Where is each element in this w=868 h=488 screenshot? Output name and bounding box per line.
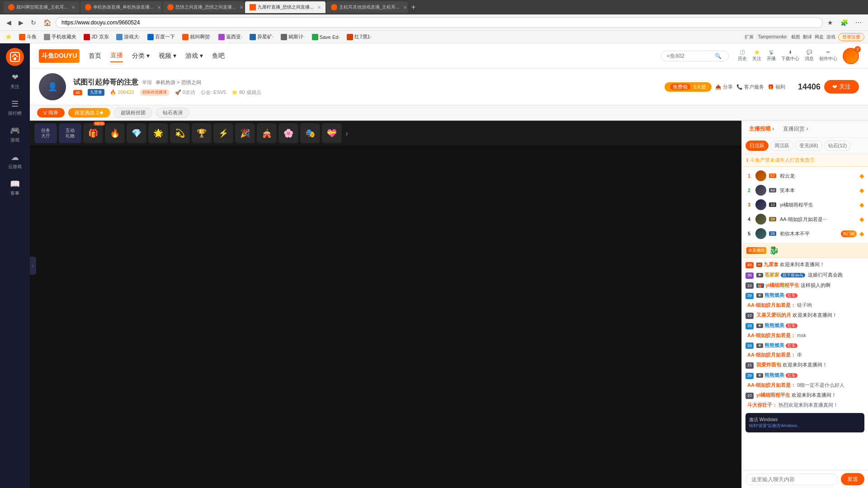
chat-lv-1: 46 — [745, 262, 754, 268]
gift-emoji-12[interactable]: 💝 — [322, 123, 342, 143]
bookmark-saveed[interactable]: Save Ed· — [310, 33, 342, 41]
chat-lv-10: 10 — [745, 393, 754, 399]
bookmark-star[interactable]: ★ — [825, 18, 836, 27]
nav-game[interactable]: 游戏 ▾ — [185, 50, 203, 62]
chat-msg-3: 这样损人的啊 — [801, 282, 830, 288]
bookmark-baidu[interactable]: 百度一下 — [146, 33, 177, 41]
bookmark-xiya[interactable]: 返西亚· — [217, 33, 244, 41]
tab-3-close[interactable]: ✕ — [240, 5, 243, 10]
search-icon[interactable]: 🔍 — [715, 53, 722, 59]
settings-button[interactable]: ⋯ — [853, 18, 864, 27]
customer-service-btn[interactable]: 📞 客户服务 — [736, 84, 764, 90]
super-fans-btn[interactable]: 超级粉丝团 — [114, 108, 152, 118]
sidebar-item-rank[interactable]: ☰ 排行榜 — [3, 96, 27, 119]
tab-1-close[interactable]: ✕ — [71, 5, 75, 10]
subtab-daily[interactable]: 日活跃 — [745, 141, 769, 151]
nav-fish[interactable]: 鱼吧 — [212, 50, 225, 62]
douyu-top: 斗鱼DOUYU 首页 直播 分类 ▾ 视频 ▾ 游戏 ▾ 鱼吧 🔍 🕐 — [30, 43, 868, 68]
sidebar-item-story[interactable]: 📖 客事 — [3, 176, 27, 199]
home-button[interactable]: 🏠 — [41, 18, 54, 27]
gift-emoji-10[interactable]: 🌸 — [278, 123, 298, 143]
follow-button[interactable]: ❤ 关注 — [824, 80, 859, 94]
login-btn[interactable]: 登录注册 — [838, 33, 864, 41]
url-bar[interactable] — [56, 17, 823, 28]
v-coupon-btn[interactable]: V 闯券 — [37, 108, 65, 117]
tab-5[interactable]: 主机耳其他游戏直播_主机耳... ✕ — [326, 1, 408, 13]
tab-2[interactable]: 单机热游直播_单机热游直播... ✕ — [80, 1, 162, 13]
tab-4[interactable]: 九厘柠直播_恐惧之间直播... ✕ — [245, 1, 326, 13]
search-input[interactable] — [667, 53, 712, 59]
welfare-btn[interactable]: 🎁 福利 — [768, 84, 785, 90]
bookmark-star-icon[interactable]: ⭐ — [4, 33, 14, 41]
sidebar-collapse-btn[interactable]: › — [30, 257, 36, 275]
streamer-recommend-tab[interactable]: 主播投喂 › — [746, 124, 777, 134]
interact-btn[interactable]: 互动礼物 — [59, 123, 81, 143]
user-avatar-container[interactable]: 2 — [843, 48, 859, 64]
report-link[interactable]: 举报 — [142, 79, 152, 86]
bookmark-bsi[interactable]: 斌斯计· — [279, 33, 307, 41]
free-gift-btn[interactable]: 免费领 1火箭 — [665, 82, 712, 92]
nav-video[interactable]: 视频 ▾ — [159, 50, 176, 62]
subtab-diamond[interactable]: 钻石(12) — [824, 141, 851, 151]
creator-btn[interactable]: ✏ 创作中心 — [819, 50, 837, 62]
sidebar-item-cloud[interactable]: ☁ 云游戏 — [3, 150, 27, 173]
tab-1[interactable]: 就叫啊贺呢直播_主机耳... ✕ — [4, 1, 80, 13]
subtab-weekly[interactable]: 周活跃 — [770, 141, 793, 151]
chat-text-input[interactable] — [745, 474, 838, 485]
message-btn[interactable]: 💬 消息 — [805, 50, 814, 62]
back-button[interactable]: ◀ — [4, 18, 14, 27]
ext-expand[interactable]: 扩展 — [745, 34, 754, 40]
chat-msg-5: 欢迎来到本直播间！ — [793, 312, 837, 318]
tab-3[interactable]: 恐惧之间直播_恐惧之间直播... ✕ — [163, 1, 244, 13]
live-reward-tab[interactable]: 直播回赏 › — [780, 124, 811, 134]
tab-2-close[interactable]: ✕ — [157, 5, 161, 10]
bookmark-game[interactable]: 游戏大· — [114, 33, 142, 41]
gift-emoji-2[interactable]: 🔥 — [105, 123, 125, 143]
ext-wai: 网盘 — [815, 34, 824, 40]
subtab-change[interactable]: 变充(68) — [795, 141, 822, 151]
gift-emoji-6[interactable]: 🏆 — [192, 123, 212, 143]
gift-emoji-8[interactable]: 🎉 — [235, 123, 255, 143]
system-msg-3: AA·细如皎月如若是： 串 — [745, 352, 864, 358]
history-btn[interactable]: 🕐 历史 — [738, 50, 747, 62]
bookmark-jd[interactable]: JD 京东 — [82, 33, 111, 41]
gift-emoji-3[interactable]: 💎 — [127, 123, 146, 143]
diamond-performance-btn[interactable]: 钻石表演 — [156, 108, 189, 118]
gift-emoji-7[interactable]: ⚡ — [213, 123, 233, 143]
nav-category[interactable]: 分类 ▾ — [132, 50, 150, 62]
bookmark-yixing[interactable]: 异星矿· — [248, 33, 275, 41]
bookmark-hong7-icon — [347, 34, 353, 40]
sys-user-5: 斗大你壮子： — [747, 402, 777, 408]
nav-live[interactable]: 直播 — [110, 50, 123, 62]
download-btn[interactable]: ⬇ 下载中心 — [781, 50, 799, 62]
task-btn[interactable]: 任务大厅 — [34, 123, 57, 143]
chat-item-3: 10 🎁 yi橘细雨程平生 这样损人的啊 — [745, 282, 864, 289]
gift-emoji-11[interactable]: 🎭 — [300, 123, 320, 143]
new-tab-button[interactable]: + — [409, 3, 418, 11]
bookmark-hong7[interactable]: 红7黑1· — [345, 33, 373, 41]
emoji-scroll-right[interactable]: › — [344, 129, 350, 138]
tab-5-close[interactable]: ✕ — [403, 5, 407, 10]
tab-4-close[interactable]: ✕ — [317, 5, 321, 10]
extensions-button[interactable]: 🧩 — [838, 18, 851, 27]
chat-badge-eye9: 👁 — [756, 373, 763, 378]
nav-home[interactable]: 首页 — [89, 50, 101, 62]
win-activate-chat-link[interactable]: 转到"设置"以激活Windows。 — [749, 423, 861, 429]
gift-emoji-4[interactable]: 🌟 — [148, 123, 168, 143]
share-btn[interactable]: 📤 分享 — [715, 84, 733, 90]
forward-button[interactable]: ▶ — [16, 18, 26, 27]
refresh-button[interactable]: ↻ — [28, 18, 39, 27]
sidebar-item-game[interactable]: 🎮 游戏 — [3, 123, 27, 146]
gift-emoji-5[interactable]: 💫 — [170, 123, 190, 143]
bookmark-douyu[interactable]: 斗鱼 — [17, 33, 38, 41]
rock-challenge-btn[interactable]: 摇篮挑战 2★ — [68, 108, 110, 117]
follow-btn[interactable]: ⭐ 关注 — [752, 50, 761, 62]
send-message-button[interactable]: 发送 — [841, 473, 864, 485]
bookmark-mobile[interactable]: 手机收藏夹 — [42, 33, 78, 41]
gift-emoji-1[interactable]: 🎁 NEW — [83, 123, 103, 143]
bookmark-jiao[interactable]: 就叫啊贺· — [180, 33, 213, 41]
bookmark-bsi-icon — [281, 34, 287, 40]
sidebar-item-follow[interactable]: ❤ 关注 — [3, 70, 27, 93]
gift-emoji-9[interactable]: 🎪 — [257, 123, 277, 143]
go-live-btn[interactable]: 📡 开播 — [767, 50, 776, 62]
